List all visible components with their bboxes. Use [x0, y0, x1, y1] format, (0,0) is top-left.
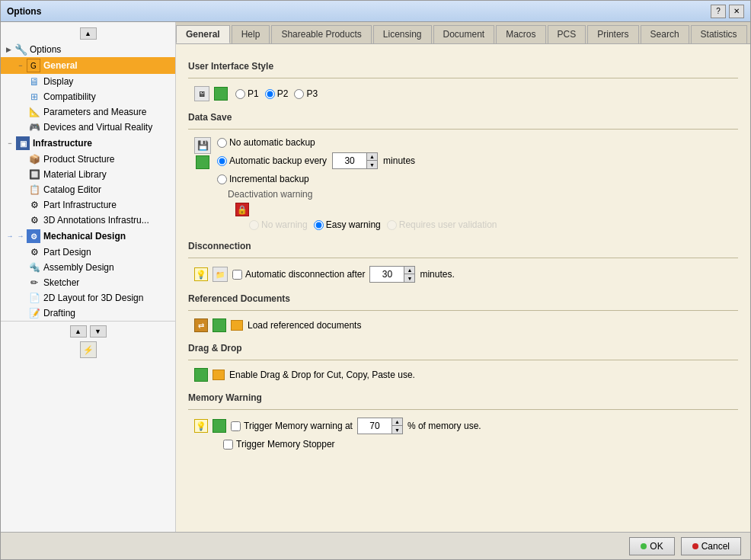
tree-item-part-design[interactable]: ⚙ Part Design — [1, 245, 175, 260]
parameters-icon: 📐 — [28, 106, 40, 118]
tab-pcs[interactable]: PCS — [548, 25, 586, 43]
tree-item-part-infrastructure[interactable]: ⚙ Part Infrastructure — [1, 197, 175, 213]
ui-style-options: P1 P2 P3 — [235, 88, 318, 99]
root-expand-icon: ▶ — [4, 45, 13, 54]
radio-no-backup[interactable]: No automatic backup — [217, 137, 497, 148]
material-library-icon: 🔲 — [28, 168, 40, 181]
disconnect-minutes-up[interactable]: ▲ — [404, 267, 414, 274]
memory-percent-spinbox[interactable]: ▲ ▼ — [357, 418, 403, 434]
tab-licensing[interactable]: Licensing — [373, 25, 432, 43]
mech-expand-icon: → — [5, 232, 14, 241]
radio-p3[interactable]: P3 — [294, 88, 318, 99]
cancel-label: Cancel — [701, 541, 730, 552]
right-panel: General Help Shareable Products Licensin… — [176, 22, 750, 532]
product-structure-icon: 📦 — [28, 153, 40, 165]
tree-item-product-structure[interactable]: 📦 Product Structure — [1, 152, 175, 167]
radio-no-backup-input[interactable] — [217, 138, 227, 148]
memory-percent-arrows: ▲ ▼ — [391, 418, 402, 434]
memory-trigger-checkbox[interactable] — [231, 421, 241, 431]
tab-general[interactable]: General — [176, 25, 230, 43]
tree-item-catalog-editor[interactable]: 📋 Catalog Editor — [1, 182, 175, 197]
help-button[interactable]: ? — [711, 5, 726, 18]
nav-up-arrow[interactable]: ▲ — [70, 325, 87, 338]
tab-statistics[interactable]: Statistics — [691, 25, 747, 43]
disconnect-minutes-input[interactable] — [370, 267, 404, 282]
radio-auto-backup[interactable]: Automatic backup every ▲ ▼ minutes — [217, 152, 497, 169]
memory-percent-input[interactable] — [358, 418, 391, 434]
memory-trigger-checkbox-label[interactable]: Trigger Memory warning at — [231, 421, 353, 431]
radio-easy-warning-label: Easy warning — [326, 219, 381, 230]
nav-down-arrow[interactable]: ▼ — [90, 325, 107, 338]
memory-stopper-checkbox-label[interactable]: Trigger Memory Stopper — [223, 439, 335, 450]
deactivation-options: No warning Easy warning Requires user va… — [228, 219, 497, 230]
ui-style-divider — [188, 78, 738, 78]
backup-minutes-spinbox[interactable]: ▲ ▼ — [332, 152, 378, 169]
tab-document[interactable]: Document — [433, 25, 495, 43]
radio-p2[interactable]: P2 — [265, 88, 289, 99]
tree-item-general[interactable]: − G General — [1, 57, 175, 74]
backup-minutes-up[interactable]: ▲ — [366, 153, 377, 161]
tree-item-mechanical-design[interactable]: → → ⚙ Mechanical Design — [1, 228, 175, 245]
radio-no-warning[interactable]: No warning — [249, 219, 308, 230]
tree-item-parameters[interactable]: 📐 Parameters and Measure — [1, 104, 175, 120]
tab-macros[interactable]: Macros — [496, 25, 545, 43]
tree-item-devices[interactable]: 🎮 Devices and Virtual Reality — [1, 120, 175, 135]
deactivation-icons-row: 🔒 — [228, 203, 497, 216]
disconnect-minutes-spinbox[interactable]: ▲ ▼ — [369, 266, 415, 283]
close-button[interactable]: ✕ — [729, 5, 744, 18]
options-icon: 🔧 — [14, 43, 27, 56]
radio-req-validation-input[interactable] — [387, 220, 397, 230]
scroll-up-arrow[interactable]: ▲ — [80, 27, 97, 40]
memory-percent-down[interactable]: ▼ — [391, 426, 402, 434]
backup-minutes-input[interactable] — [333, 153, 366, 168]
tree-item-3d-annotations[interactable]: ⚙ 3D Annotations Infrastru... — [1, 213, 175, 228]
auto-disconnect-checkbox[interactable] — [232, 270, 242, 280]
memory-stopper-checkbox[interactable] — [223, 440, 233, 450]
tab-shareable-products[interactable]: Shareable Products — [271, 25, 371, 43]
ok-button[interactable]: OK — [629, 537, 674, 555]
radio-easy-warning-input[interactable] — [314, 220, 324, 230]
tree-item-compatibility[interactable]: ⊞ Compatibility — [1, 89, 175, 104]
tree-label-parameters: Parameters and Measure — [43, 107, 146, 117]
tree-root[interactable]: ▶ 🔧 Options — [1, 42, 175, 57]
radio-p2-input[interactable] — [265, 89, 275, 99]
cancel-button[interactable]: Cancel — [681, 537, 741, 555]
tab-help[interactable]: Help — [232, 25, 270, 43]
bottom-action-button[interactable]: ⚡ — [80, 341, 97, 358]
radio-auto-backup-input[interactable] — [217, 156, 227, 166]
tree-item-assembly-design[interactable]: 🔩 Assembly Design — [1, 260, 175, 275]
tree-item-material-library[interactable]: 🔲 Material Library — [1, 167, 175, 182]
tree-label-sketcher: Sketcher — [43, 277, 79, 288]
tree-item-sketcher[interactable]: ✏ Sketcher — [1, 275, 175, 290]
radio-incremental-label: Incremental backup — [229, 174, 309, 184]
2d-layout-icon: 📄 — [28, 292, 40, 304]
tree-item-display[interactable]: 🖥 Display — [1, 74, 175, 89]
radio-incremental[interactable]: Incremental backup — [217, 174, 497, 184]
tab-printers[interactable]: Printers — [587, 25, 638, 43]
radio-p1[interactable]: P1 — [235, 88, 259, 99]
auto-disconnect-checkbox-label[interactable]: Automatic disconnection after — [232, 269, 365, 280]
disconnect-minutes-down[interactable]: ▼ — [404, 274, 414, 282]
tree-label-compatibility: Compatibility — [43, 91, 96, 102]
tree-item-drafting[interactable]: 📝 Drafting — [1, 306, 175, 321]
tree-item-2d-layout[interactable]: 📄 2D Layout for 3D Design — [1, 290, 175, 306]
tree-item-infrastructure[interactable]: − ▣ Infrastructure — [1, 135, 175, 152]
deactivation-title: Deactivation warning — [228, 189, 497, 200]
radio-incremental-input[interactable] — [217, 174, 227, 184]
3d-annotations-icon: ⚙ — [28, 214, 40, 226]
memory-percent-up[interactable]: ▲ — [391, 418, 402, 426]
radio-p1-input[interactable] — [235, 89, 245, 99]
disconnection-row: 💡 📁 Automatic disconnection after ▲ ▼ mi… — [188, 266, 738, 283]
tree-label-3d-annotations: 3D Annotations Infrastru... — [43, 215, 149, 226]
tab-search[interactable]: Search — [641, 25, 689, 43]
radio-req-validation-label: Requires user validation — [399, 219, 497, 230]
disconnection-folder-icon: 📁 — [213, 267, 228, 282]
backup-minutes-down[interactable]: ▼ — [366, 161, 377, 168]
radio-easy-warning[interactable]: Easy warning — [314, 219, 381, 230]
radio-p3-input[interactable] — [294, 89, 304, 99]
radio-requires-validation[interactable]: Requires user validation — [387, 219, 497, 230]
radio-no-warning-input[interactable] — [249, 220, 259, 230]
memory-warning-section: 💡 Trigger Memory warning at ▲ ▼ — [188, 418, 738, 450]
tree-label-general: General — [43, 60, 78, 71]
title-bar-buttons: ? ✕ — [711, 5, 744, 18]
